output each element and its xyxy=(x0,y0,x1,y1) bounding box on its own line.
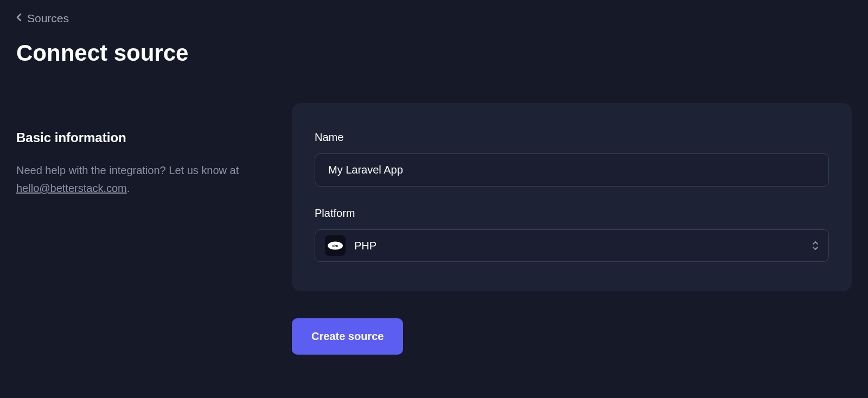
create-source-button[interactable]: Create source xyxy=(292,318,403,355)
form-group-platform: Platform php PHP xyxy=(315,207,829,262)
breadcrumb: Sources xyxy=(16,12,852,25)
help-email-link[interactable]: hello@betterstack.com xyxy=(16,182,127,194)
help-text-suffix: . xyxy=(127,182,130,194)
right-column: Name Platform php PHP xyxy=(292,103,852,355)
left-column: Basic information Need help with the int… xyxy=(16,103,266,355)
svg-text:php: php xyxy=(332,244,338,247)
breadcrumb-link-sources[interactable]: Sources xyxy=(27,12,69,25)
name-input[interactable] xyxy=(315,153,829,187)
content-layout: Basic information Need help with the int… xyxy=(16,103,852,355)
form-group-name: Name xyxy=(315,131,829,187)
name-label: Name xyxy=(315,131,829,144)
platform-label: Platform xyxy=(315,207,829,220)
page-title: Connect source xyxy=(16,40,852,66)
platform-value: PHP xyxy=(354,240,803,252)
php-icon: php xyxy=(325,235,346,256)
form-card: Name Platform php PHP xyxy=(292,103,852,291)
help-text-prefix: Need help with the integration? Let us k… xyxy=(16,164,239,176)
section-title: Basic information xyxy=(16,130,266,145)
chevron-left-icon[interactable] xyxy=(16,13,22,24)
platform-select[interactable]: php PHP xyxy=(315,229,829,262)
select-arrows-icon xyxy=(812,241,819,251)
help-text: Need help with the integration? Let us k… xyxy=(16,162,266,197)
